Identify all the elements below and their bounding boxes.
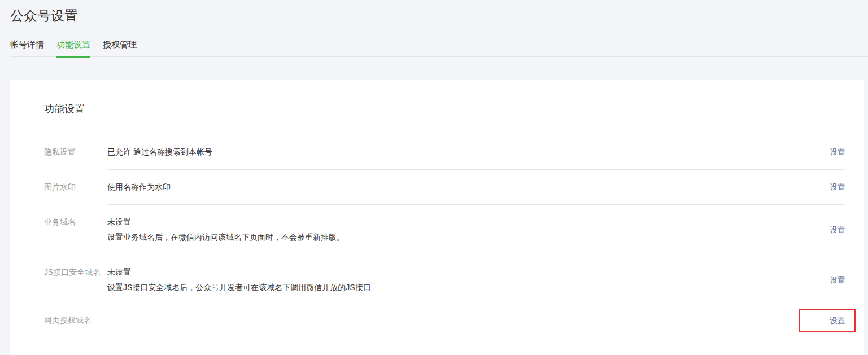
row-label: 网页授权域名 — [44, 305, 107, 338]
tab-bar: 帐号详情功能设置授权管理 — [10, 40, 868, 57]
settings-row: 网页授权域名设置 — [44, 305, 845, 338]
settings-rows: 隐私设置已允许 通过名称搜索到本帐号设置图片水印使用名称作为水印设置业务域名未设… — [44, 135, 845, 338]
row-label: JS接口安全域名 — [44, 255, 107, 305]
page-title: 公众号设置 — [10, 8, 868, 23]
page-header: 公众号设置 帐号详情功能设置授权管理 — [0, 0, 868, 57]
settings-panel: 功能设置 隐私设置已允许 通过名称搜索到本帐号设置图片水印使用名称作为水印设置业… — [10, 80, 864, 355]
row-label: 图片水印 — [44, 170, 107, 205]
row-body: 已允许 通过名称搜索到本帐号设置 — [107, 135, 845, 170]
settings-row: 业务域名未设置设置业务域名后，在微信内访问该域名下页面时，不会被重新排版。设置 — [44, 205, 845, 255]
row-description: 设置业务域名后，在微信内访问该域名下页面时，不会被重新排版。 — [107, 231, 344, 243]
tab-function-settings[interactable]: 功能设置 — [56, 40, 90, 58]
row-description: 设置JS接口安全域名后，公众号开发者可在该域名下调用微信开放的JS接口 — [107, 282, 371, 293]
row-value: 使用名称作为水印 — [107, 181, 171, 192]
settings-row: 隐私设置已允许 通过名称搜索到本帐号设置 — [44, 135, 845, 170]
row-content: 未设置设置业务域名后，在微信内访问该域名下页面时，不会被重新排版。 — [107, 216, 344, 243]
panel-heading: 功能设置 — [44, 103, 845, 115]
settings-row: 图片水印使用名称作为水印设置 — [44, 170, 845, 205]
settings-action-link[interactable]: 设置 — [830, 147, 845, 156]
settings-action-link[interactable]: 设置 — [830, 316, 845, 325]
row-body: 未设置设置JS接口安全域名后，公众号开发者可在该域名下调用微信开放的JS接口设置 — [107, 255, 845, 305]
settings-action-link[interactable]: 设置 — [830, 225, 845, 234]
tab-account-details[interactable]: 帐号详情 — [10, 40, 44, 56]
row-value: 未设置 — [107, 216, 344, 227]
row-value: 未设置 — [107, 266, 371, 278]
row-content: 未设置设置JS接口安全域名后，公众号开发者可在该域名下调用微信开放的JS接口 — [107, 266, 371, 293]
settings-action-link[interactable]: 设置 — [830, 275, 845, 284]
row-body: 使用名称作为水印设置 — [107, 170, 845, 205]
row-label: 业务域名 — [44, 205, 107, 255]
row-content: 使用名称作为水印 — [107, 181, 171, 192]
row-label: 隐私设置 — [44, 135, 107, 170]
row-body: 设置 — [107, 305, 845, 338]
row-body: 未设置设置业务域名后，在微信内访问该域名下页面时，不会被重新排版。设置 — [107, 205, 845, 255]
row-content: 已允许 通过名称搜索到本帐号 — [107, 146, 212, 157]
row-value: 已允许 通过名称搜索到本帐号 — [107, 146, 212, 157]
settings-action-link[interactable]: 设置 — [830, 182, 845, 191]
highlight-box: 设置 — [799, 309, 856, 332]
tab-authorization-management[interactable]: 授权管理 — [103, 40, 137, 56]
settings-row: JS接口安全域名未设置设置JS接口安全域名后，公众号开发者可在该域名下调用微信开… — [44, 255, 845, 305]
